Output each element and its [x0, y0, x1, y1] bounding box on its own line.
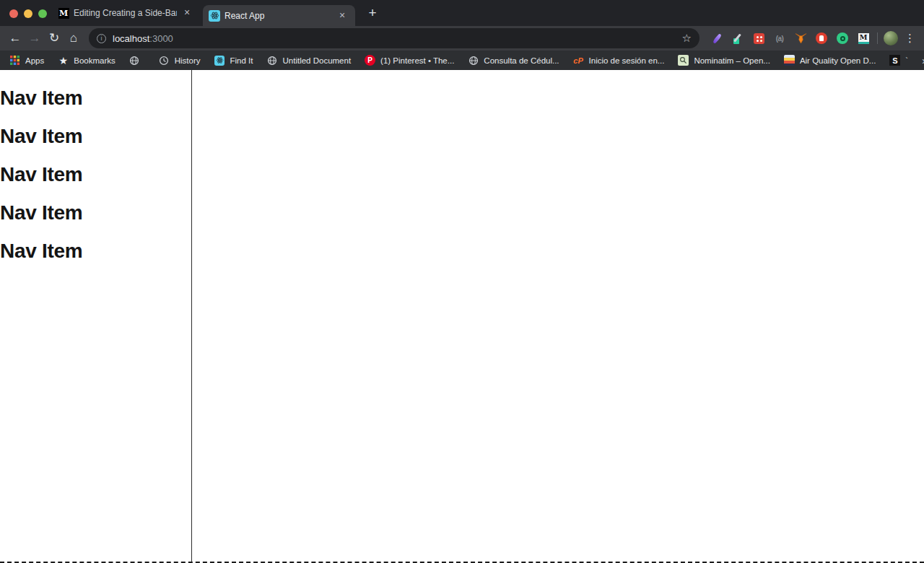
new-tab-button[interactable]: +	[363, 4, 382, 23]
forward-icon[interactable]: →	[27, 30, 43, 47]
browser-menu-icon[interactable]: ⋮	[905, 32, 915, 45]
nav-item-3[interactable]: Nav Item	[0, 155, 191, 193]
window-controls	[9, 9, 47, 18]
toolbar-separator	[877, 32, 878, 44]
bookmark-label: Apps	[25, 56, 44, 65]
apps-grid-icon	[9, 55, 20, 66]
bookmark-label: `	[905, 56, 908, 65]
bookmark-apps[interactable]: Apps	[9, 55, 44, 66]
bookmark-consulta-cedula[interactable]: Consulta de Cédul...	[468, 55, 559, 66]
site-info-icon[interactable]: i	[97, 34, 106, 43]
bookmarks-bar: Apps ★ Bookmarks History	[0, 51, 924, 70]
react-atom-icon	[209, 10, 220, 22]
back-icon[interactable]: ←	[7, 30, 23, 47]
page-content: Nav Item Nav Item Nav Item Nav Item Nav …	[0, 70, 924, 563]
stop-hand-extension-icon[interactable]	[815, 32, 828, 45]
bookmark-label: Find It	[230, 56, 253, 65]
bookmark-label: Consulta de Cédul...	[484, 56, 559, 65]
bookmark-letter-s[interactable]: S `	[889, 55, 908, 66]
nav-item-4[interactable]: Nav Item	[0, 193, 191, 232]
bookmark-label: Nominatim – Open...	[694, 56, 770, 65]
minimize-window-button[interactable]	[24, 9, 32, 18]
globe-icon	[267, 55, 278, 66]
pen-note-extension-icon[interactable]	[731, 32, 744, 45]
quill-extension-icon[interactable]	[710, 32, 723, 45]
bookmark-inicio-sesion[interactable]: cP Inicio de sesión en...	[573, 55, 665, 66]
medium-favicon-letter: M	[58, 8, 69, 19]
tab-title: Editing Creating a Side-Bar comp	[74, 8, 177, 18]
history-clock-icon	[159, 55, 170, 66]
bookmark-air-quality[interactable]: Air Quality Open D...	[784, 55, 876, 66]
extensions-row: (a) M	[710, 32, 870, 45]
globe-icon	[468, 55, 479, 66]
pinterest-letter: P	[365, 55, 375, 66]
bookmark-history[interactable]: History	[159, 55, 201, 66]
bookmark-untitled-document[interactable]: Untitled Document	[267, 55, 352, 66]
bookmark-label: (1) Pinterest • The...	[380, 56, 454, 65]
react-favicon	[209, 10, 220, 22]
cpanel-icon: cP	[573, 55, 584, 66]
url-host: localhost	[113, 33, 149, 44]
react-icon	[214, 55, 225, 66]
medium-favicon: M	[58, 7, 69, 19]
bookmark-pinterest[interactable]: P (1) Pinterest • The...	[365, 55, 454, 66]
bookmark-nominatim[interactable]: Nominatim – Open...	[678, 55, 770, 66]
tab-title: React App	[225, 11, 332, 21]
globe-icon	[129, 55, 140, 66]
sidebar-nav: Nav Item Nav Item Nav Item Nav Item Nav …	[0, 70, 192, 563]
pinterest-icon: P	[365, 55, 375, 66]
bookmark-label: History	[175, 56, 201, 65]
bookmark-bookmarks-folder[interactable]: ★ Bookmarks	[58, 55, 116, 66]
letter-s-glyph: S	[889, 55, 900, 66]
close-window-button[interactable]	[9, 9, 18, 18]
bookmark-label: Bookmarks	[74, 56, 116, 65]
metamask-fox-icon[interactable]	[794, 32, 807, 45]
red-tile-extension-icon[interactable]	[752, 32, 765, 45]
nav-item-1[interactable]: Nav Item	[0, 79, 191, 117]
bookmark-label: Inicio de sesión en...	[589, 56, 665, 65]
m-teal-letter: M	[858, 33, 869, 44]
nav-item-5[interactable]: Nav Item	[0, 232, 191, 270]
letter-s-icon: S	[889, 55, 900, 66]
bookmark-star-icon[interactable]: ☆	[682, 32, 692, 45]
bookmark-find-it[interactable]: Find It	[214, 55, 253, 66]
star-icon: ★	[58, 55, 69, 66]
braces-a-extension-icon[interactable]: (a)	[773, 32, 786, 45]
tab-react-app[interactable]: React App ×	[203, 5, 355, 26]
tab-strip: M Editing Creating a Side-Bar comp × Rea…	[0, 0, 924, 26]
url-port: :3000	[149, 33, 173, 44]
tab-close-icon[interactable]: ×	[181, 7, 193, 19]
home-icon[interactable]: ⌂	[66, 30, 82, 47]
m-teal-extension-icon[interactable]: M	[857, 32, 870, 45]
bookmark-label: Untitled Document	[283, 56, 352, 65]
reload-icon[interactable]: ↻	[46, 30, 62, 47]
profile-avatar[interactable]	[884, 31, 898, 45]
bookmark-label: Air Quality Open D...	[800, 56, 876, 65]
bookmark-globe-unlabeled[interactable]	[129, 55, 145, 66]
air-quality-icon	[784, 55, 795, 66]
tab-close-icon[interactable]: ×	[336, 10, 348, 22]
address-bar[interactable]: i localhost:3000 ☆	[89, 28, 699, 48]
tab-editing-sidebar[interactable]: M Editing Creating a Side-Bar comp ×	[53, 0, 199, 26]
map-magnifier-icon	[678, 55, 689, 66]
green-ring-extension-icon[interactable]	[836, 32, 849, 45]
browser-toolbar: ← → ↻ ⌂ i localhost:3000 ☆ (a) M ⋮	[0, 26, 924, 51]
url-text: localhost:3000	[113, 33, 173, 44]
maximize-window-button[interactable]	[38, 9, 47, 18]
nav-item-2[interactable]: Nav Item	[0, 117, 191, 155]
